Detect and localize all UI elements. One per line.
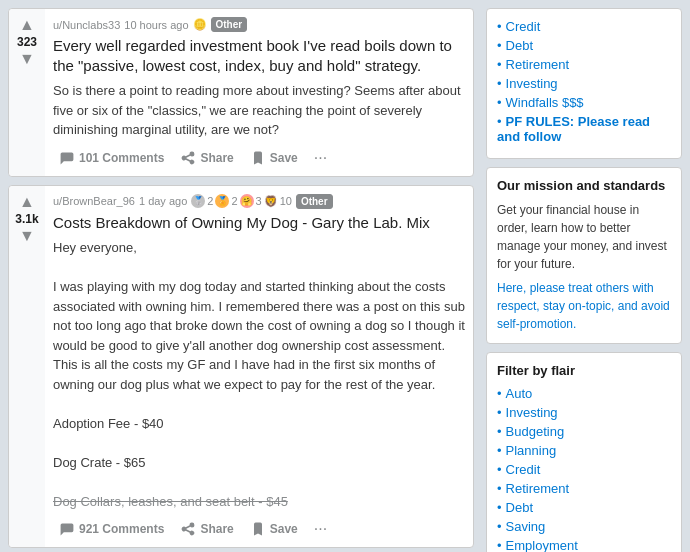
post-title[interactable]: Costs Breakdown of Owning My Dog - Gary … <box>53 213 465 233</box>
coin-icon: 🪙 <box>193 18 207 31</box>
quick-link-debt[interactable]: Debt <box>506 38 533 53</box>
quick-link-item: Debt <box>497 38 671 53</box>
vote-column: ▲ 323 ▼ <box>9 9 45 176</box>
comments-button[interactable]: 101 Comments <box>53 146 170 170</box>
hug-award-icon: 🤗 <box>240 194 254 208</box>
save-icon <box>250 521 266 537</box>
share-icon <box>180 150 196 166</box>
flair-item-investing: Investing <box>497 405 671 420</box>
post-actions: 921 Comments Share Save ··· <box>53 517 465 541</box>
upvote-button[interactable]: ▲ <box>19 194 35 210</box>
share-button[interactable]: Share <box>174 146 239 170</box>
post-flair[interactable]: Other <box>211 17 248 32</box>
sidebar: Credit Debt Retirement Investing Windfal… <box>486 8 682 552</box>
save-button[interactable]: Save <box>244 146 304 170</box>
quick-links-card: Credit Debt Retirement Investing Windfal… <box>486 8 682 159</box>
quick-link-item: Retirement <box>497 57 671 72</box>
quick-links-list: Credit Debt Retirement Investing Windfal… <box>497 19 671 144</box>
flair-item-debt: Debt <box>497 500 671 515</box>
quick-link-investing[interactable]: Investing <box>506 76 558 91</box>
flair-item-credit: Credit <box>497 462 671 477</box>
main-feed: ▲ 323 ▼ u/Nunclabs33 10 hours ago 🪙 Othe… <box>8 8 474 552</box>
post-meta: u/Nunclabs33 10 hours ago 🪙 Other <box>53 17 465 32</box>
post-author[interactable]: u/Nunclabs33 <box>53 19 120 31</box>
post-actions: 101 Comments Share Save ··· <box>53 146 465 170</box>
filter-flair-card: Filter by flair Auto Investing Budgeting… <box>486 352 682 552</box>
flair-item-auto: Auto <box>497 386 671 401</box>
flair-item-saving: Saving <box>497 519 671 534</box>
filter-flair-title: Filter by flair <box>497 363 671 378</box>
post-text: Hey everyone, I was playing with my dog … <box>53 238 465 511</box>
upvote-button[interactable]: ▲ <box>19 17 35 33</box>
comments-button[interactable]: 921 Comments <box>53 517 170 541</box>
flair-item-budgeting: Budgeting <box>497 424 671 439</box>
post-author[interactable]: u/BrownBear_96 <box>53 195 135 207</box>
post-card: ▲ 3.1k ▼ u/BrownBear_96 1 day ago 🥈2 🏅2 … <box>8 185 474 549</box>
post-body-area: u/BrownBear_96 1 day ago 🥈2 🏅2 🤗3 🦁10 Ot… <box>45 186 473 548</box>
vote-count: 323 <box>17 35 37 49</box>
save-icon <box>250 150 266 166</box>
downvote-button[interactable]: ▼ <box>19 51 35 67</box>
quick-link-credit[interactable]: Credit <box>506 19 541 34</box>
post-time: 10 hours ago <box>124 19 188 31</box>
more-options-button[interactable]: ··· <box>308 146 333 170</box>
share-button[interactable]: Share <box>174 517 239 541</box>
post-flair[interactable]: Other <box>296 194 333 209</box>
mission-link[interactable]: Here, please treat others with respect, … <box>497 279 671 333</box>
quick-link-rules[interactable]: PF RULES: Please read and follow <box>497 114 650 144</box>
quick-link-item: Credit <box>497 19 671 34</box>
flair-item-retirement: Retirement <box>497 481 671 496</box>
quick-link-item: Investing <box>497 76 671 91</box>
post-body-area: u/Nunclabs33 10 hours ago 🪙 Other Every … <box>45 9 473 176</box>
comment-icon <box>59 150 75 166</box>
strikethrough-text: Dog Collars, leashes, and seat belt - $4… <box>53 492 465 512</box>
mission-text: Get your financial house in order, learn… <box>497 201 671 273</box>
comment-icon <box>59 521 75 537</box>
downvote-button[interactable]: ▼ <box>19 228 35 244</box>
post-text: So is there a point to reading more abou… <box>53 81 465 140</box>
quick-link-windfalls[interactable]: Windfalls $$$ <box>506 95 584 110</box>
filter-flair-list: Auto Investing Budgeting Planning Credit… <box>497 386 671 552</box>
share-icon <box>180 521 196 537</box>
quick-link-retirement[interactable]: Retirement <box>506 57 570 72</box>
post-meta: u/BrownBear_96 1 day ago 🥈2 🏅2 🤗3 🦁10 Ot… <box>53 194 465 209</box>
vote-column: ▲ 3.1k ▼ <box>9 186 45 548</box>
mission-card: Our mission and standards Get your finan… <box>486 167 682 344</box>
post-time: 1 day ago <box>139 195 187 207</box>
quick-link-item: PF RULES: Please read and follow <box>497 114 671 144</box>
post-card: ▲ 323 ▼ u/Nunclabs33 10 hours ago 🪙 Othe… <box>8 8 474 177</box>
mission-title: Our mission and standards <box>497 178 671 193</box>
vote-count: 3.1k <box>15 212 38 226</box>
awards: 🥈2 🏅2 🤗3 🦁10 <box>191 194 292 208</box>
silver-award-icon: 🥈 <box>191 194 205 208</box>
quick-link-item: Windfalls $$$ <box>497 95 671 110</box>
more-options-button[interactable]: ··· <box>308 517 333 541</box>
flair-item-planning: Planning <box>497 443 671 458</box>
pal-award-icon: 🏅 <box>215 194 229 208</box>
flair-item-employment: Employment <box>497 538 671 552</box>
save-button[interactable]: Save <box>244 517 304 541</box>
post-title[interactable]: Every well regarded investment book I've… <box>53 36 465 75</box>
